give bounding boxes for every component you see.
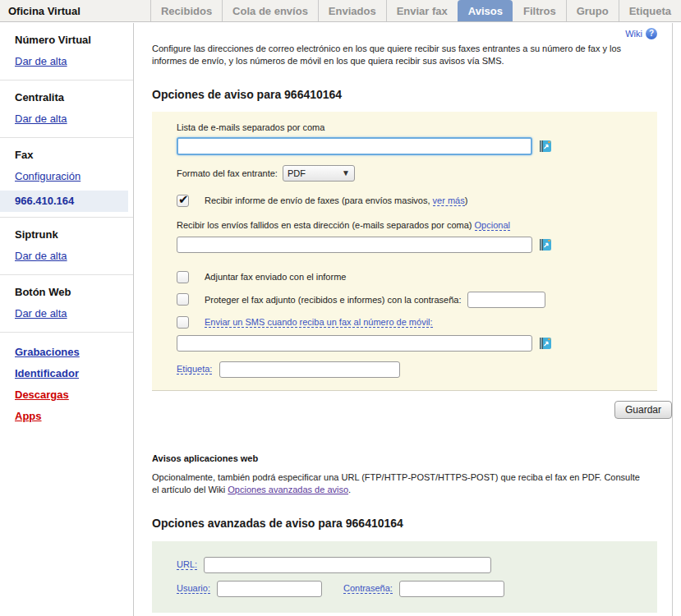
tab-strip: Recibidos Cola de envíos Enviados Enviar… [150, 0, 681, 21]
section-title: Siptrunk [15, 228, 128, 241]
tab-filtros[interactable]: Filtros [513, 0, 566, 21]
url-row: URL: [177, 557, 642, 573]
tab-enviados[interactable]: Enviados [318, 0, 386, 21]
sidebar: Número Virtual Dar de alta Centralita Da… [0, 23, 134, 616]
format-label: Formato del fax entrante: [177, 168, 278, 178]
sms-input-row [177, 335, 642, 352]
save-button[interactable]: Guardar [614, 401, 672, 419]
sidebar-item-dar-de-alta-numero[interactable]: Dar de alta [15, 55, 128, 67]
etiqueta-input[interactable] [219, 361, 400, 378]
ver-mas-link[interactable]: ver más [433, 195, 465, 206]
tab-enviar-fax[interactable]: Enviar fax [386, 0, 458, 21]
format-row: Formato del fax entrante: PDF ▼ [177, 165, 642, 182]
advanced-options-heading: Opciones avanzadas de aviso para 9664101… [152, 517, 657, 530]
sidebar-section-fax: Fax Configuración 966.410.164 [0, 138, 133, 218]
attach-checkbox-row: Adjuntar fax enviado con el informe [177, 271, 642, 283]
top-bar: Oficina Virtual Recibidos Cola de envíos… [0, 0, 681, 22]
failed-input-row [177, 237, 642, 253]
wiki-link[interactable]: Wiki [625, 29, 642, 39]
protect-password-input[interactable] [467, 292, 545, 308]
sidebar-item-grabaciones[interactable]: Grabaciones [15, 346, 128, 358]
advanced-options-wiki-link[interactable]: Opciones avanzadas de aviso [228, 485, 348, 494]
emails-input[interactable] [177, 137, 532, 155]
format-select-value: PDF [288, 168, 306, 178]
protect-label: Proteger el fax adjunto (recibidos e inf… [205, 295, 461, 305]
sidebar-section-boton-web: Botón Web Dar de alta [0, 275, 133, 333]
sidebar-item-fax-number-selected[interactable]: 966.410.164 [0, 191, 128, 212]
etiqueta-label-link[interactable]: Etiqueta: [177, 364, 212, 375]
tab-cola-de-envios[interactable]: Cola de envíos [222, 0, 318, 21]
sidebar-section-centralita: Centralita Dar de alta [0, 80, 133, 138]
sidebar-item-dar-de-alta-siptrunk[interactable]: Dar de alta [15, 250, 128, 262]
contrasena-label-link[interactable]: Contraseña: [343, 583, 393, 594]
usuario-label-link[interactable]: Usuario: [177, 583, 210, 594]
contrasena-input[interactable] [399, 581, 504, 597]
address-book-icon[interactable] [539, 238, 552, 251]
app-title: Oficina Virtual [0, 0, 81, 21]
opcional-link[interactable]: Opcional [475, 220, 510, 231]
url-input[interactable] [204, 557, 491, 573]
report-checkbox-row: Recibir informe de envío de faxes (para … [177, 195, 642, 207]
help-icon[interactable]: ? [646, 28, 657, 39]
tab-avisos[interactable]: Avisos [458, 0, 513, 21]
sidebar-item-dar-de-alta-centralita[interactable]: Dar de alta [15, 113, 128, 125]
tab-grupo[interactable]: Grupo [566, 0, 619, 21]
sms-input[interactable] [177, 335, 532, 352]
sidebar-item-configuracion[interactable]: Configuración [15, 170, 128, 182]
sms-checkbox[interactable] [177, 316, 189, 329]
sidebar-footer: Grabaciones Identificador Descargas Apps [0, 333, 133, 439]
tag-row: Etiqueta: [177, 361, 642, 378]
format-select[interactable]: PDF ▼ [283, 165, 355, 182]
failed-label: Recibir los envíos fallidos en esta dire… [177, 220, 642, 230]
section-title: Centralita [15, 91, 128, 103]
protect-checkbox-row: Proteger el fax adjunto (recibidos e inf… [177, 292, 642, 308]
address-book-icon[interactable] [539, 140, 552, 153]
sidebar-item-identificador[interactable]: Identificador [15, 367, 128, 379]
sidebar-section-numero-virtual: Número Virtual Dar de alta [0, 23, 133, 80]
failed-input[interactable] [177, 237, 532, 253]
sidebar-item-apps[interactable]: Apps [15, 410, 128, 422]
main-content: Wiki? Configure las direcciones de corre… [134, 23, 673, 616]
sidebar-section-siptrunk: Siptrunk Dar de alta [0, 218, 133, 275]
notice-options-panel: Lista de e-mails separados por coma Form… [152, 112, 657, 391]
advanced-options-panel: URL: Usuario: Contraseña: [152, 541, 657, 613]
sms-checkbox-row: Enviar un SMS cuando reciba un fax al nú… [177, 316, 642, 329]
address-book-icon[interactable] [539, 337, 552, 350]
usuario-input[interactable] [217, 581, 322, 597]
sms-label-link[interactable]: Enviar un SMS cuando reciba un fax al nú… [205, 317, 433, 328]
url-label-link[interactable]: URL: [177, 559, 197, 570]
chevron-down-icon: ▼ [342, 168, 350, 177]
sidebar-item-descargas[interactable]: Descargas [15, 388, 128, 401]
sidebar-item-dar-de-alta-boton-web[interactable]: Dar de alta [15, 307, 128, 319]
section-title: Fax [15, 149, 128, 161]
attach-label: Adjuntar fax enviado con el informe [205, 272, 346, 282]
save-row-1: Guardar [152, 401, 672, 419]
web-notices-text: Opcionalmente, también podrá especificar… [152, 471, 641, 497]
web-notices-heading: Avisos aplicaciones web [152, 453, 657, 463]
section-title: Botón Web [15, 286, 128, 298]
notice-options-heading: Opciones de aviso para 966410164 [152, 88, 657, 101]
tab-etiqueta[interactable]: Etiqueta [619, 0, 681, 21]
wiki-row: Wiki? [152, 28, 657, 41]
protect-checkbox[interactable] [177, 293, 189, 306]
section-title: Número Virtual [15, 34, 128, 46]
attach-checkbox[interactable] [177, 271, 189, 283]
emails-label: Lista de e-mails separados por coma [177, 122, 642, 132]
report-label: Recibir informe de envío de faxes (para … [205, 195, 467, 205]
emails-input-row [177, 137, 642, 155]
tab-recibidos[interactable]: Recibidos [150, 0, 222, 21]
credentials-row: Usuario: Contraseña: [177, 581, 642, 597]
intro-text: Configure las direcciones de correo elec… [152, 43, 645, 68]
report-checkbox[interactable] [177, 195, 189, 207]
